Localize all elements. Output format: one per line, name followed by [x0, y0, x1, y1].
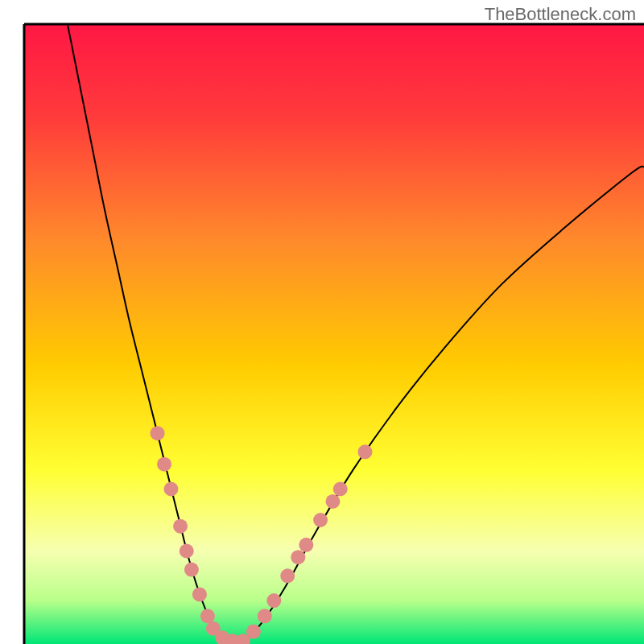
data-marker [157, 457, 171, 472]
data-marker [258, 609, 272, 623]
chart-container: TheBottleneck.com [0, 0, 644, 644]
plot-gradient-background [24, 24, 644, 644]
data-marker [184, 563, 199, 577]
data-marker [333, 482, 348, 497]
data-marker [180, 544, 194, 559]
data-marker [313, 513, 328, 527]
data-marker [173, 519, 188, 534]
data-marker [246, 625, 261, 639]
data-marker [151, 426, 165, 440]
data-marker [291, 550, 305, 564]
data-marker [200, 609, 215, 623]
data-marker [358, 444, 373, 459]
data-marker [192, 587, 207, 601]
data-marker [163, 482, 178, 497]
data-marker [266, 593, 281, 608]
attribution-text: TheBottleneck.com [485, 4, 636, 25]
bottleneck-chart [0, 0, 644, 644]
data-marker [280, 568, 295, 583]
data-marker [325, 494, 340, 509]
data-marker [299, 538, 313, 552]
